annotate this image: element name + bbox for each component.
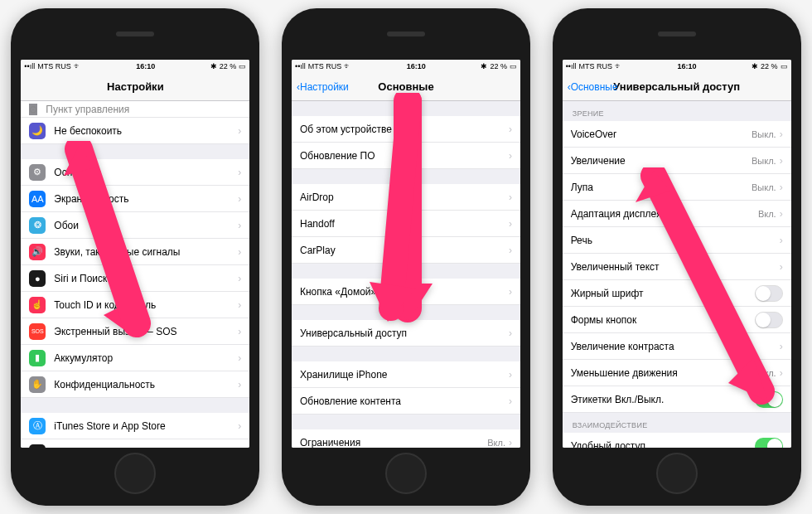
row-icon: ⊙ [29, 104, 37, 115]
clock: 16:10 [136, 62, 155, 70]
list-item[interactable]: ▣Wallet и Apple Pay› [21, 439, 249, 448]
chevron-right-icon: › [780, 155, 783, 167]
back-button[interactable]: ‹ Настройки [297, 81, 349, 93]
row-label: Пункт управления [46, 104, 129, 115]
battery-icon: ▭ [781, 62, 788, 70]
list-item[interactable]: 🔊Звуки, тактильные сигналы› [21, 239, 249, 265]
nav-bar: ‹ Основные Универсальный доступ [563, 73, 791, 101]
row-icon: ✋ [29, 376, 46, 393]
list-item[interactable]: Универсальный доступ› [292, 320, 520, 347]
list-item[interactable]: Об этом устройстве› [292, 116, 520, 143]
list-item[interactable]: Обновление ПО› [292, 143, 520, 169]
list-item[interactable]: Жирный шрифт [563, 280, 791, 307]
row-label: Этикетки Вкл./Выкл. [571, 394, 755, 405]
phone-2: ••ıllMTS RUSᯤ 16:10 ✱22 %▭ ‹ Настройки О… [282, 8, 530, 506]
chevron-right-icon: › [780, 235, 783, 246]
list-item[interactable]: AirDrop› [292, 184, 520, 211]
row-label: Handoff [300, 218, 509, 230]
row-icon: AA [29, 191, 46, 207]
chevron-right-icon: › [238, 447, 241, 449]
row-label: Хранилище iPhone [300, 369, 509, 381]
nav-bar: Настройки [21, 73, 249, 101]
chevron-right-icon: › [238, 379, 241, 390]
list-item[interactable]: SOSЭкстренный вызов — SOS› [21, 318, 249, 345]
list-item[interactable]: Обновление контента› [292, 388, 520, 415]
accessibility-list[interactable]: ЗРЕНИЕVoiceOverВыкл.›УвеличениеВыкл.›Луп… [563, 101, 791, 448]
list-item[interactable]: ●Siri и Поиск› [21, 265, 249, 292]
section-gap [292, 101, 520, 116]
toggle[interactable] [755, 312, 783, 328]
chevron-right-icon: › [238, 246, 241, 258]
row-label: Экран и яркость [54, 193, 238, 205]
row-label: Экстренный вызов — SOS [54, 326, 238, 337]
section-gap [292, 305, 520, 320]
list-item[interactable]: ❂Обои› [21, 212, 249, 239]
chevron-right-icon: › [238, 167, 241, 178]
list-item[interactable]: ОграниченияВкл.› [292, 429, 520, 448]
row-value: Выкл. [752, 129, 776, 139]
list-item[interactable]: ⚙Основные› [21, 159, 249, 186]
chevron-right-icon: › [780, 367, 783, 379]
row-label: Уменьшение движения [571, 367, 752, 379]
toggle[interactable] [755, 391, 783, 408]
list-item[interactable]: ▮Аккумулятор› [21, 345, 249, 371]
row-icon: ● [29, 270, 46, 287]
chevron-right-icon: › [238, 326, 241, 337]
list-item[interactable]: Кнопка «Домой»› [292, 279, 520, 305]
section-gap [292, 264, 520, 279]
general-list[interactable]: Об этом устройстве›Обновление ПО›AirDrop… [292, 101, 520, 448]
list-item[interactable]: Уменьшение движенияВыкл.› [563, 360, 791, 386]
list-item[interactable]: VoiceOverВыкл.› [563, 121, 791, 148]
list-item[interactable]: ⒶiTunes Store и App Store› [21, 413, 249, 439]
toggle[interactable] [755, 285, 783, 302]
partial-row[interactable]: ⊙Пункт управления [21, 101, 249, 118]
list-item[interactable]: 🌙Не беспокоить› [21, 118, 249, 144]
row-label: Не беспокоить [54, 125, 238, 137]
row-label: Жирный шрифт [571, 288, 755, 299]
list-item[interactable]: Адаптация дисплеяВкл.› [563, 201, 791, 227]
row-label: Siri и Поиск [54, 273, 238, 284]
row-label: Wallet и Apple Pay [54, 447, 238, 449]
row-label: Увеличение [571, 155, 752, 167]
row-label: CarPlay [300, 245, 509, 256]
chevron-right-icon: › [238, 420, 241, 432]
toggle[interactable] [755, 438, 783, 449]
signal-icon: ••ıll [566, 62, 577, 70]
list-item[interactable]: ЛупаВыкл.› [563, 174, 791, 201]
row-label: Лупа [571, 182, 752, 193]
chevron-right-icon: › [509, 124, 512, 135]
list-item[interactable]: Этикетки Вкл./Выкл. [563, 386, 791, 413]
screen-2: ••ıllMTS RUSᯤ 16:10 ✱22 %▭ ‹ Настройки О… [292, 60, 520, 448]
list-item[interactable]: ☝Touch ID и код-пароль› [21, 292, 249, 318]
list-item[interactable]: Handoff› [292, 211, 520, 237]
settings-list[interactable]: ⊙Пункт управления🌙Не беспокоить›⚙Основны… [21, 101, 249, 448]
row-label: Touch ID и код-пароль [54, 299, 238, 311]
section-gap [21, 144, 249, 159]
list-item[interactable]: Формы кнопок [563, 307, 791, 333]
list-item[interactable]: Хранилище iPhone› [292, 361, 520, 388]
chevron-right-icon: › [509, 192, 512, 203]
back-button[interactable]: ‹ Основные [568, 81, 618, 93]
row-value: Выкл. [752, 368, 776, 378]
list-item[interactable]: УвеличениеВыкл.› [563, 148, 791, 174]
section-header: ЗРЕНИЕ [563, 101, 791, 121]
wifi-icon: ᯤ [74, 62, 81, 70]
row-label: iTunes Store и App Store [54, 420, 238, 432]
list-item[interactable]: ✋Конфиденциальность› [21, 371, 249, 398]
list-item[interactable]: Удобный доступ [563, 433, 791, 448]
row-label: Об этом устройстве [300, 124, 509, 135]
list-item[interactable]: AAЭкран и яркость› [21, 186, 249, 212]
row-label: Обои [54, 220, 238, 231]
section-gap [292, 347, 520, 361]
list-item[interactable]: Речь› [563, 227, 791, 254]
chevron-right-icon: › [509, 286, 512, 298]
chevron-right-icon: › [238, 220, 241, 231]
list-item[interactable]: CarPlay› [292, 237, 520, 264]
row-icon: ☝ [29, 297, 46, 313]
list-item[interactable]: Увеличенный текст› [563, 254, 791, 280]
row-label: Речь [571, 235, 780, 246]
row-label: Звуки, тактильные сигналы [54, 246, 238, 258]
row-label: Адаптация дисплея [571, 208, 758, 220]
list-item[interactable]: Увеличение контраста› [563, 333, 791, 360]
chevron-right-icon: › [509, 245, 512, 256]
